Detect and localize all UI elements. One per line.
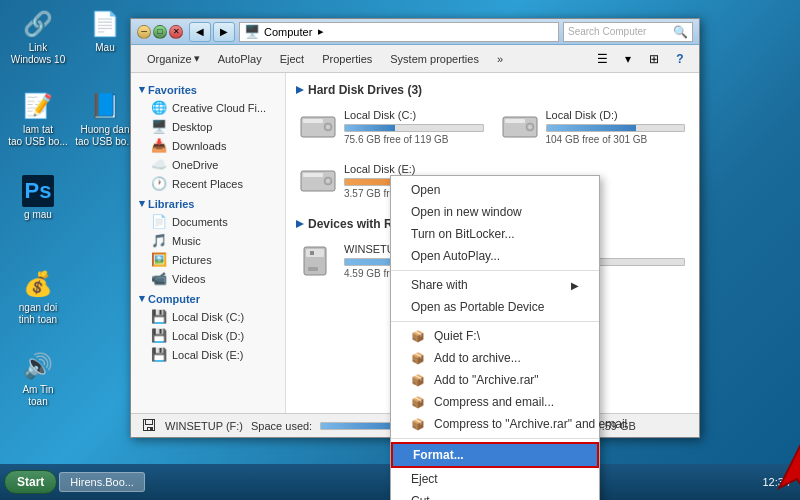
maximize-button[interactable]: □ <box>153 25 167 39</box>
computer-header[interactable]: ▾ Computer <box>131 288 285 307</box>
toolbar: Organize ▾ AutoPlay Eject Properties Sys… <box>131 45 699 73</box>
chevron-down-icon: ▾ <box>139 292 145 305</box>
cm-open[interactable]: Open <box>391 179 599 201</box>
sidebar-item-label: Desktop <box>172 121 212 133</box>
cm-separator-2 <box>391 321 599 322</box>
svg-rect-15 <box>310 251 314 255</box>
drive-c-name: Local Disk (C:) <box>344 109 484 121</box>
forward-button[interactable]: ▶ <box>213 22 235 42</box>
eject-button[interactable]: Eject <box>272 50 312 68</box>
cm-format[interactable]: Format... <box>391 442 599 468</box>
drive-d-icon <box>502 109 538 145</box>
cm-compress-email[interactable]: 📦 Compress and email... <box>391 391 599 413</box>
hard-disk-section-title: Hard Disk Drives (3) <box>296 83 689 97</box>
desktop-icon-link-win10[interactable]: 🔗 LinkWindows 10 <box>8 8 68 66</box>
taskbar-active-item[interactable]: Hirens.Boo... <box>59 472 145 492</box>
sidebar-item-local-disk-d[interactable]: 💾 Local Disk (D:) <box>131 326 285 345</box>
disk-e-icon: 💾 <box>151 347 167 362</box>
drive-item-c[interactable]: Local Disk (C:) 75.6 GB free of 119 GB <box>296 105 488 149</box>
search-icon: 🔍 <box>673 25 688 39</box>
desktop-icon-lam-tat[interactable]: 📝 lam tattao USB bo... <box>8 90 68 148</box>
cm-portable[interactable]: Open as Portable Device <box>391 296 599 318</box>
nav-arrows: ◀ ▶ <box>189 22 235 42</box>
cm-add-to-rar-label: Add to "Archive.rar" <box>434 373 539 387</box>
libraries-header[interactable]: ▾ Libraries <box>131 193 285 212</box>
cm-bitlocker-label: Turn on BitLocker... <box>411 227 515 241</box>
sidebar-item-music[interactable]: 🎵 Music <box>131 231 285 250</box>
desktop-icon-am-tin[interactable]: 🔊 Am Tintoan <box>8 350 68 408</box>
cm-compress-rar-email[interactable]: 📦 Compress to "Archive.rar" and email <box>391 413 599 435</box>
drive-c-bar-fill <box>345 125 395 131</box>
autoplay-button[interactable]: AutoPlay <box>210 50 270 68</box>
more-button[interactable]: » <box>489 50 511 68</box>
sidebar-item-onedrive[interactable]: ☁️ OneDrive <box>131 155 285 174</box>
cm-add-to-archive-label: Add to archive... <box>434 351 521 365</box>
start-button[interactable]: Start <box>4 470 57 494</box>
status-drive-label: WINSETUP (F:) <box>165 420 243 432</box>
cm-open-new-window[interactable]: Open in new window <box>391 201 599 223</box>
link-icon: 🔗 <box>22 8 54 40</box>
view-details-button[interactable]: ☰ <box>591 49 613 69</box>
close-button[interactable]: ✕ <box>169 25 183 39</box>
sidebar-item-recent-places[interactable]: 🕐 Recent Places <box>131 174 285 193</box>
drive-c-space: 75.6 GB free of 119 GB <box>344 134 484 145</box>
music-icon: 🎵 <box>151 233 167 248</box>
search-bar[interactable]: Search Computer 🔍 <box>563 22 693 42</box>
cm-share-with-label: Share with <box>411 278 468 292</box>
sidebar-item-creative-cloud[interactable]: 🌐 Creative Cloud Fi... <box>131 98 285 117</box>
drive-item-d[interactable]: Local Disk (D:) 104 GB free of 301 GB <box>498 105 690 149</box>
desktop-icon-tinh-toan[interactable]: 💰 ngan doitinh toan <box>8 268 68 326</box>
desktop-icon-label: Am Tintoan <box>22 384 53 408</box>
svg-rect-5 <box>505 119 525 123</box>
cm-add-to-rar[interactable]: 📦 Add to "Archive.rar" <box>391 369 599 391</box>
svg-point-3 <box>326 125 330 129</box>
favorites-header[interactable]: ▾ Favorites <box>131 79 285 98</box>
sidebar-item-downloads[interactable]: 📥 Downloads <box>131 136 285 155</box>
back-button[interactable]: ◀ <box>189 22 211 42</box>
drive-c-icon <box>300 109 336 145</box>
cm-add-to-archive[interactable]: 📦 Add to archive... <box>391 347 599 369</box>
desktop: 🔗 LinkWindows 10 📄 Mau 📝 lam tattao USB … <box>0 0 800 500</box>
help-button[interactable]: ? <box>669 49 691 69</box>
properties-button[interactable]: Properties <box>314 50 380 68</box>
view-icons-button[interactable]: ⊞ <box>643 49 665 69</box>
cm-open-label: Open <box>411 183 440 197</box>
desktop-icon-label: ngan doitinh toan <box>19 302 57 326</box>
sidebar-item-pictures[interactable]: 🖼️ Pictures <box>131 250 285 269</box>
cm-eject[interactable]: Eject <box>391 468 599 490</box>
desktop-icon-label: LinkWindows 10 <box>11 42 65 66</box>
speaker-icon: 🔊 <box>22 350 54 382</box>
downloads-icon: 📥 <box>151 138 167 153</box>
desktop-icon-huong-dan[interactable]: 📘 Huong dantao USB bo... <box>75 90 135 148</box>
sidebar-item-local-disk-c[interactable]: 💾 Local Disk (C:) <box>131 307 285 326</box>
title-bar-buttons: ─ □ ✕ <box>137 25 183 39</box>
system-properties-button[interactable]: System properties <box>382 50 487 68</box>
sidebar-item-label: Local Disk (C:) <box>172 311 244 323</box>
sidebar-item-label: Local Disk (E:) <box>172 349 244 361</box>
cm-portable-label: Open as Portable Device <box>411 300 544 314</box>
desktop-icon-mau[interactable]: 📄 Mau <box>75 8 135 54</box>
address-bar[interactable]: 🖥️ Computer ▸ <box>239 22 559 42</box>
cm-open-new-window-label: Open in new window <box>411 205 522 219</box>
cm-autoplay[interactable]: Open AutoPlay... <box>391 245 599 267</box>
sidebar-item-documents[interactable]: 📄 Documents <box>131 212 285 231</box>
sidebar-item-local-disk-e[interactable]: 💾 Local Disk (E:) <box>131 345 285 364</box>
rar-icon: 📦 <box>411 330 425 343</box>
desktop-icon: 🖥️ <box>151 119 167 134</box>
drive-e-name: Local Disk (E:) <box>344 163 484 175</box>
cm-share-with[interactable]: Share with ▶ <box>391 274 599 296</box>
sidebar-item-desktop[interactable]: 🖥️ Desktop <box>131 117 285 136</box>
cm-bitlocker[interactable]: Turn on BitLocker... <box>391 223 599 245</box>
view-dropdown-button[interactable]: ▾ <box>617 49 639 69</box>
minimize-button[interactable]: ─ <box>137 25 151 39</box>
cm-cut[interactable]: Cut <box>391 490 599 500</box>
desktop-icon-ps[interactable]: Ps g mau <box>8 175 68 221</box>
title-bar: ─ □ ✕ ◀ ▶ 🖥️ Computer ▸ Search Computer … <box>131 19 699 45</box>
svg-rect-14 <box>308 267 318 271</box>
svg-rect-13 <box>306 249 324 257</box>
cm-quiet[interactable]: 📦 Quiet F:\ <box>391 325 599 347</box>
organize-button[interactable]: Organize ▾ <box>139 49 208 68</box>
cm-compress-rar-email-label: Compress to "Archive.rar" and email <box>434 417 627 431</box>
sidebar-item-videos[interactable]: 📹 Videos <box>131 269 285 288</box>
rar-icon: 📦 <box>411 396 425 409</box>
